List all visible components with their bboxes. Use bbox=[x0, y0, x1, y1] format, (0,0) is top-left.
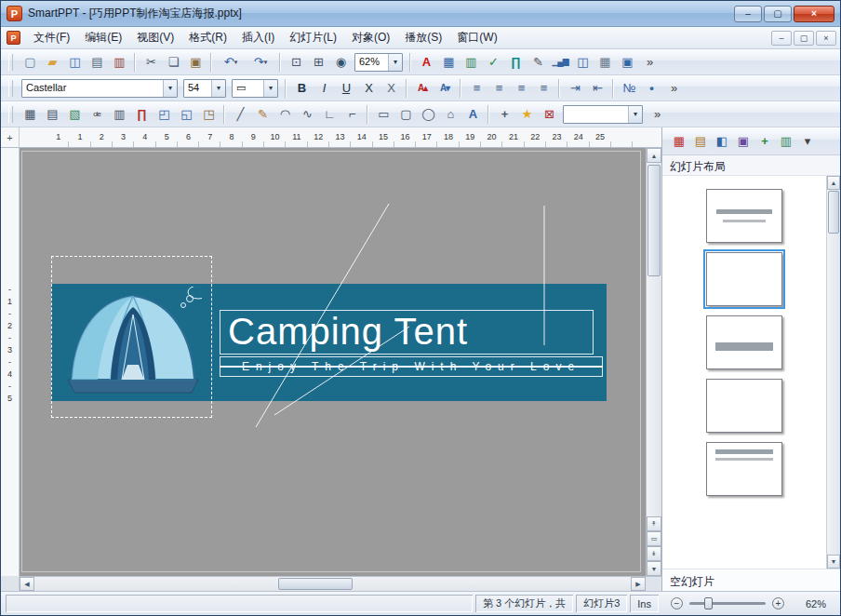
panel-save-layout-button[interactable]: ▥ bbox=[776, 131, 795, 151]
polygon-tool-button[interactable]: ⌂ bbox=[440, 104, 461, 125]
doc-restore-button[interactable]: ▢ bbox=[794, 31, 814, 46]
line-style-combo[interactable]: ▭▾ bbox=[232, 79, 278, 98]
extrusion-tool-button[interactable]: ⊠ bbox=[539, 104, 559, 125]
scroll-down-button[interactable]: ▼ bbox=[647, 561, 661, 576]
connector-tool-button[interactable]: ⌐ bbox=[341, 104, 362, 125]
panel-scrollbar[interactable]: ▲ ▼ bbox=[826, 176, 840, 569]
worksheet-button[interactable]: ▥ bbox=[109, 104, 129, 125]
data-pilot-button[interactable]: ◫ bbox=[572, 52, 593, 73]
font-color-button[interactable]: A bbox=[416, 52, 436, 73]
panel-more-button[interactable]: ▾ bbox=[797, 131, 817, 151]
font-name-combo[interactable]: Castellar▾ bbox=[21, 79, 178, 98]
ole-object-button[interactable]: ole bbox=[87, 104, 107, 125]
open-folder-button[interactable]: ▰ bbox=[42, 52, 62, 73]
rectangle-tool-button[interactable]: ▭ bbox=[373, 104, 394, 125]
slide-canvas[interactable]: Camping Tent Enjoy The Trip With Your Lo… bbox=[20, 148, 646, 576]
title-textbox[interactable]: Camping Tent bbox=[220, 310, 594, 355]
undo-button[interactable]: ↶▾ bbox=[217, 52, 245, 73]
panel-scroll-track[interactable] bbox=[827, 234, 840, 555]
selection-box[interactable] bbox=[51, 256, 212, 418]
vertical-scrollbar[interactable]: ▲ ↟ ▭ ↡ ▼ bbox=[646, 148, 661, 576]
font-size-combo-dropdown-icon[interactable]: ▾ bbox=[211, 80, 225, 97]
frame-object-button[interactable]: ◳ bbox=[198, 104, 219, 125]
standard-overflow-button[interactable]: » bbox=[639, 52, 660, 73]
line-style-combo-dropdown-icon[interactable]: ▾ bbox=[263, 80, 277, 97]
decrease-indent-button[interactable]: ⇤ bbox=[587, 78, 607, 99]
next-slide-button[interactable]: ↡ bbox=[647, 546, 661, 561]
zoom-page-button[interactable]: ⊞ bbox=[308, 52, 328, 73]
print-button[interactable]: ▤ bbox=[87, 52, 107, 73]
zoom-combo[interactable]: 62%▾ bbox=[354, 53, 403, 72]
panel-layout-button[interactable]: ▦ bbox=[669, 131, 688, 151]
underline-button[interactable]: U bbox=[336, 78, 356, 99]
menu-format[interactable]: 格式(R) bbox=[181, 27, 234, 48]
style-combo-dropdown-icon[interactable]: ▾ bbox=[628, 106, 642, 123]
menu-window[interactable]: 窗口(W) bbox=[449, 27, 504, 48]
table-design-button[interactable]: ▤ bbox=[42, 104, 62, 125]
insert-sheet-button[interactable]: ▥ bbox=[461, 52, 481, 73]
formula-object-button[interactable]: ∏ bbox=[131, 104, 152, 125]
grow-font-button[interactable]: A▴ bbox=[412, 78, 433, 99]
panel-outline-button[interactable]: ▤ bbox=[690, 131, 710, 151]
increase-indent-button[interactable]: ⇥ bbox=[565, 78, 585, 99]
layout-title-top[interactable] bbox=[706, 442, 782, 496]
menu-object[interactable]: 对象(O) bbox=[344, 27, 397, 48]
layout-blank-2[interactable] bbox=[706, 379, 782, 433]
align-right-button[interactable]: ≡ bbox=[511, 78, 531, 99]
horizontal-scroll-track[interactable] bbox=[34, 577, 631, 591]
undo-dropdown[interactable]: ▾ bbox=[234, 59, 238, 66]
shadow-text-button[interactable]: X bbox=[380, 78, 401, 99]
grid-toggle-button[interactable]: ▦ bbox=[594, 52, 615, 73]
line-tool-button[interactable]: ╱ bbox=[230, 104, 250, 125]
scroll-up-button[interactable]: ▲ bbox=[647, 148, 661, 163]
panel-master-button[interactable]: ▣ bbox=[733, 131, 753, 151]
italic-button[interactable]: I bbox=[314, 78, 334, 99]
redo-button[interactable]: ↷▾ bbox=[247, 52, 274, 73]
layout-content-bottom[interactable] bbox=[706, 315, 782, 369]
subtitle-textbox[interactable]: Enjoy The Trip With Your Love bbox=[220, 356, 603, 377]
drawing-overflow-button[interactable]: » bbox=[647, 104, 667, 125]
zoom-combo-dropdown-icon[interactable]: ▾ bbox=[388, 54, 402, 71]
pencil-edit-button[interactable]: ✎ bbox=[527, 52, 548, 73]
scroll-left-button[interactable]: ◀ bbox=[20, 577, 34, 591]
bullet-list-button[interactable]: • bbox=[641, 78, 661, 99]
menu-file[interactable]: 文件(F) bbox=[26, 27, 77, 48]
print-preview-button[interactable]: ▥ bbox=[109, 52, 129, 73]
zoom-in-button[interactable]: + bbox=[772, 597, 784, 609]
text-tool-button[interactable]: A bbox=[462, 104, 483, 125]
panel-design-button[interactable]: ◧ bbox=[712, 131, 731, 151]
insert-chart-button[interactable]: ▁▄▆ bbox=[550, 52, 570, 73]
style-combo[interactable]: ▾ bbox=[563, 105, 643, 124]
horizontal-scrollbar[interactable]: ◀ ▶ bbox=[20, 576, 646, 591]
menu-slide[interactable]: 幻灯片(L) bbox=[282, 27, 344, 48]
vertical-scroll-track[interactable] bbox=[647, 163, 661, 516]
previous-slide-button[interactable]: ↟ bbox=[647, 516, 661, 531]
insert-table-button[interactable]: ▦ bbox=[438, 52, 459, 73]
formula-button[interactable]: ∏ bbox=[505, 52, 526, 73]
vertical-text-button[interactable]: ◱ bbox=[176, 104, 196, 125]
check-tool-button[interactable]: ✓ bbox=[483, 52, 503, 73]
vertical-scroll-thumb[interactable] bbox=[647, 165, 661, 276]
align-center-button[interactable]: ≡ bbox=[488, 78, 509, 99]
menu-insert[interactable]: 插入(I) bbox=[234, 27, 282, 48]
slide-navigator-button[interactable]: ▭ bbox=[647, 531, 661, 546]
maximize-button[interactable]: ▢ bbox=[764, 6, 792, 22]
new-document-button[interactable]: ▢ bbox=[20, 52, 40, 73]
paste-button[interactable]: ▣ bbox=[185, 52, 206, 73]
table-grid-button[interactable]: ▦ bbox=[20, 104, 40, 125]
polyline-tool-button[interactable]: ∟ bbox=[319, 104, 340, 125]
curve-tool-button[interactable]: ∿ bbox=[297, 104, 317, 125]
zoom-slider-track[interactable] bbox=[689, 602, 766, 605]
cut-button[interactable]: ✂ bbox=[140, 52, 161, 73]
ellipse-tool-button[interactable]: ◯ bbox=[418, 104, 438, 125]
horizontal-ruler[interactable]: 1123456789101112131415161718192021222324… bbox=[20, 127, 646, 148]
bold-button[interactable]: B bbox=[291, 78, 312, 99]
panel-scroll-down-button[interactable]: ▼ bbox=[827, 555, 840, 569]
menu-play[interactable]: 播放(S) bbox=[397, 27, 449, 48]
insert-picture-button[interactable]: ▧ bbox=[64, 104, 85, 125]
align-justify-button[interactable]: ≡ bbox=[533, 78, 554, 99]
text-frame-button[interactable]: ◰ bbox=[154, 104, 174, 125]
minimize-button[interactable]: – bbox=[734, 6, 762, 22]
font-size-combo[interactable]: 54▾ bbox=[183, 79, 226, 98]
vertical-ruler[interactable]: -1-2-3-4-5 bbox=[1, 148, 20, 576]
